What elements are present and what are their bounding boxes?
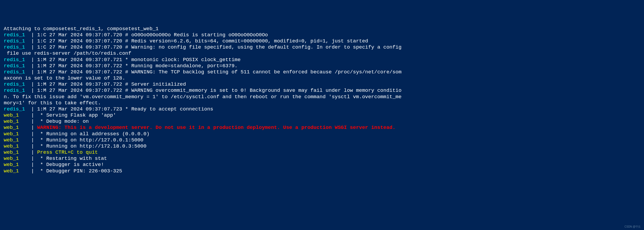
log-separator: | (31, 149, 37, 155)
log-separator: | (31, 57, 37, 63)
log-message: * Serving Flask app 'app' (37, 112, 116, 118)
log-line: mory=1' for this to take effect. (4, 100, 640, 106)
log-prefix: file use redis-server /path/to/redis.con… (4, 50, 131, 56)
log-line: redis_1 | 1:M 27 Mar 2024 09:37:07.723 *… (4, 106, 640, 112)
log-line: web_1 | * Restarting with stat (4, 156, 640, 162)
log-message: * Running on http://127.0.0.1:5000 (37, 137, 143, 143)
log-prefix: web_1 (4, 112, 31, 118)
log-line: file use redis-server /path/to/redis.con… (4, 50, 640, 57)
log-message: 1:M 27 Mar 2024 09:37:07.722 # WARNING o… (37, 88, 401, 93)
log-prefix: web_1 (4, 143, 31, 149)
log-line: redis_1 | 1:C 27 Mar 2024 09:37:07.720 #… (4, 38, 640, 44)
log-prefix: web_1 (4, 125, 31, 130)
log-prefix: web_1 (4, 162, 31, 168)
log-prefix: web_1 (4, 168, 31, 174)
log-line: n. To fix this issue add 'vm.overcommit_… (4, 94, 640, 100)
log-message: 1:C 27 Mar 2024 09:37:07.720 # Warning: … (37, 44, 401, 50)
log-separator: | (31, 168, 37, 174)
log-message: * Debug mode: on (37, 118, 89, 124)
log-separator: | (31, 38, 37, 44)
log-prefix: web_1 (4, 137, 31, 143)
log-message: * Restarting with stat (37, 156, 107, 161)
log-line: web_1 | * Serving Flask app 'app' (4, 112, 640, 118)
log-separator: | (31, 88, 37, 93)
log-prefix: web_1 (4, 156, 31, 161)
log-line: redis_1 | 1:M 27 Mar 2024 09:37:07.722 *… (4, 63, 640, 69)
log-message: 1:C 27 Mar 2024 09:37:07.720 # oO0OoO0Oo… (37, 32, 268, 38)
log-line: redis_1 | 1:M 27 Mar 2024 09:37:07.722 #… (4, 81, 640, 88)
log-prefix: web_1 (4, 131, 31, 137)
log-line: web_1 | * Running on http://127.0.0.1:50… (4, 137, 640, 143)
log-line: web_1 | * Debugger is active! (4, 162, 640, 168)
log-separator: | (31, 162, 37, 168)
log-separator: | (31, 81, 37, 87)
log-message: * Running on http://172.18.0.3:5000 (37, 143, 146, 149)
log-line: web_1 | WARNING: This is a development s… (4, 125, 640, 131)
log-message: Press CTRL+C to quit (37, 149, 98, 155)
log-separator: | (31, 131, 37, 137)
log-message: WARNING: This is a development server. D… (37, 125, 395, 130)
log-separator: | (31, 32, 37, 38)
log-line: axconn is set to the lower value of 128. (4, 75, 640, 81)
log-separator: | (31, 44, 37, 50)
log-prefix: mory=1' for this to take effect. (4, 100, 101, 106)
log-message: 1:M 27 Mar 2024 09:37:07.723 * Ready to … (37, 106, 213, 112)
log-prefix: redis_1 (4, 57, 31, 63)
log-prefix: Attaching to composetest_redis_1, compos… (4, 26, 159, 32)
log-message: 1:M 27 Mar 2024 09:37:07.722 # Server in… (37, 81, 186, 87)
log-line: redis_1 | 1:M 27 Mar 2024 09:37:07.722 #… (4, 69, 640, 75)
log-separator: | (31, 137, 37, 143)
log-prefix: redis_1 (4, 106, 31, 112)
log-separator: | (31, 112, 37, 118)
log-line: web_1 | Press CTRL+C to quit (4, 149, 640, 156)
terminal-output: Attaching to composetest_redis_1, compos… (4, 26, 640, 174)
log-line: web_1 | * Debug mode: on (4, 118, 640, 125)
log-message: * Debugger is active! (37, 162, 104, 168)
log-prefix: redis_1 (4, 32, 31, 38)
log-separator: | (31, 156, 37, 161)
log-message: 1:M 27 Mar 2024 09:37:07.721 * monotonic… (37, 57, 241, 63)
log-prefix: redis_1 (4, 44, 31, 50)
log-line: web_1 | * Running on http://172.18.0.3:5… (4, 143, 640, 149)
log-prefix: redis_1 (4, 38, 31, 44)
log-line: redis_1 | 1:M 27 Mar 2024 09:37:07.721 *… (4, 57, 640, 63)
log-message: 1:M 27 Mar 2024 09:37:07.722 * Running m… (37, 63, 238, 69)
log-prefix: web_1 (4, 118, 31, 124)
log-line: redis_1 | 1:C 27 Mar 2024 09:37:07.720 #… (4, 44, 640, 50)
log-line: Attaching to composetest_redis_1, compos… (4, 26, 640, 32)
log-separator: | (31, 63, 37, 69)
log-line: web_1 | * Debugger PIN: 226-003-325 (4, 168, 640, 174)
log-line: redis_1 | 1:C 27 Mar 2024 09:37:07.720 #… (4, 32, 640, 38)
log-line: web_1 | * Running on all addresses (0.0.… (4, 131, 640, 137)
log-line: redis_1 | 1:M 27 Mar 2024 09:37:07.722 #… (4, 88, 640, 94)
log-separator: | (31, 106, 37, 112)
log-message: 1:C 27 Mar 2024 09:37:07.720 # Redis ver… (37, 38, 368, 44)
log-message: * Running on all addresses (0.0.0.0) (37, 131, 149, 137)
log-separator: | (31, 125, 37, 130)
log-prefix: redis_1 (4, 81, 31, 87)
log-prefix: redis_1 (4, 88, 31, 93)
log-prefix: web_1 (4, 149, 31, 155)
log-separator: | (31, 69, 37, 75)
log-separator: | (31, 118, 37, 124)
log-prefix: redis_1 (4, 69, 31, 75)
log-separator: | (31, 143, 37, 149)
log-prefix: redis_1 (4, 63, 31, 69)
log-message: * Debugger PIN: 226-003-325 (37, 168, 122, 174)
log-prefix: axconn is set to the lower value of 128. (4, 75, 125, 81)
log-message: 1:M 27 Mar 2024 09:37:07.722 # WARNING: … (37, 69, 401, 75)
log-prefix: n. To fix this issue add 'vm.overcommit_… (4, 94, 402, 100)
